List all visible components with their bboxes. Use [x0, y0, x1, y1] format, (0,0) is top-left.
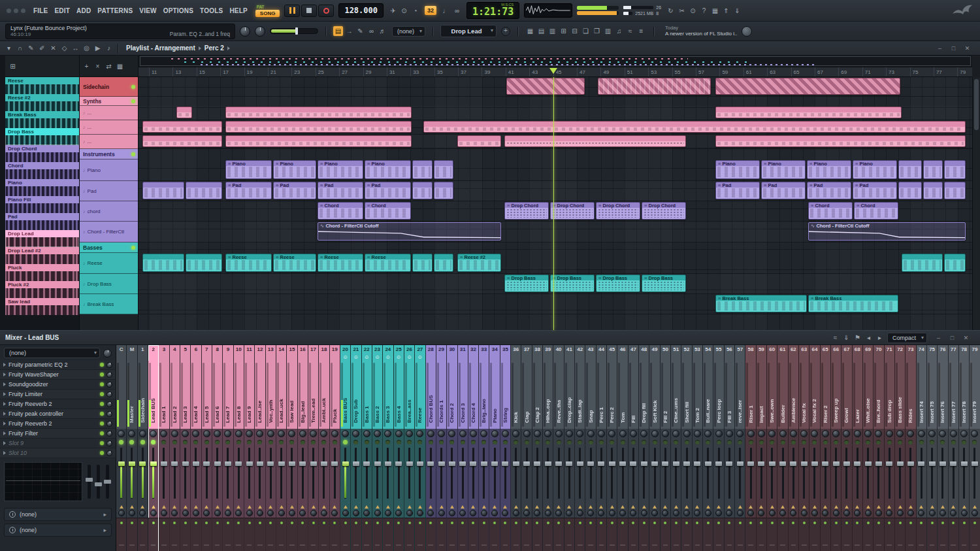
- volume-fader[interactable]: [777, 446, 787, 501]
- stereo-knob[interactable]: [895, 509, 905, 518]
- save-icon[interactable]: ▦: [710, 6, 720, 16]
- volume-fader[interactable]: [841, 446, 851, 501]
- pan-knob[interactable]: [831, 429, 841, 438]
- channel-name-panel[interactable]: Insert 74: [917, 361, 926, 429]
- channel-name-panel[interactable]: Lead 9: [244, 361, 254, 429]
- fader-handle[interactable]: [353, 461, 359, 466]
- mixer-channel[interactable]: 6 Lead 4: [191, 345, 201, 551]
- channel-name-panel[interactable]: Soft Kick: [649, 361, 659, 429]
- fader-handle[interactable]: [470, 461, 476, 466]
- fader-handle[interactable]: [961, 461, 968, 466]
- channel-name-panel[interactable]: reve..iser: [735, 361, 745, 429]
- pan-knob[interactable]: [596, 429, 606, 438]
- fader-handle[interactable]: [854, 461, 860, 466]
- stereo-knob[interactable]: [511, 509, 521, 518]
- mixer-channel[interactable]: 51 Cine..ums: [671, 345, 681, 551]
- mute-led[interactable]: [340, 438, 350, 446]
- fader-handle[interactable]: [118, 461, 125, 466]
- volume-fader[interactable]: [116, 446, 126, 501]
- main-pitch-knob[interactable]: [255, 26, 265, 37]
- route-area[interactable]: [447, 518, 457, 551]
- stereo-knob[interactable]: [917, 509, 926, 518]
- menu-item[interactable]: OPTIONS: [160, 7, 197, 14]
- mute-led[interactable]: [617, 438, 627, 446]
- fx-slot-arrow-icon[interactable]: [3, 451, 6, 455]
- volume-fader[interactable]: [831, 446, 841, 501]
- mixer-channel[interactable]: 48 Drop fill: [639, 345, 649, 551]
- mixer-channel[interactable]: 30 Chord 2: [447, 345, 457, 551]
- playlist-clip[interactable]: Piano: [853, 160, 897, 179]
- route-area[interactable]: [853, 518, 862, 551]
- fader-handle[interactable]: [790, 461, 796, 466]
- fader-handle[interactable]: [513, 461, 519, 466]
- channel-name-panel[interactable]: Chord BUS: [426, 361, 436, 429]
- mixer-channel[interactable]: 55 Perc loop: [713, 345, 724, 551]
- channel-name-panel[interactable]: Perc loop: [713, 361, 723, 429]
- mixer-channel[interactable]: 5 Lead 3: [180, 345, 191, 551]
- stereo-knob[interactable]: [553, 509, 563, 518]
- mute-led[interactable]: [351, 438, 361, 446]
- pat-mode-label[interactable]: PAT: [255, 5, 265, 9]
- fader-handle[interactable]: [171, 461, 178, 466]
- mute-led[interactable]: [639, 438, 649, 446]
- fader-handle[interactable]: [801, 461, 808, 466]
- pan-knob[interactable]: [661, 429, 670, 438]
- channel-name-panel[interactable]: Cine..ums: [671, 361, 681, 429]
- mute-led[interactable]: [202, 438, 212, 446]
- stereo-knob[interactable]: [180, 509, 190, 518]
- route-area[interactable]: [212, 518, 222, 551]
- playlist-clip[interactable]: Piano: [715, 160, 760, 179]
- scrollbar-thumb[interactable]: [974, 79, 979, 130]
- mixer-channel[interactable]: 56 Fill 3: [725, 345, 735, 551]
- route-area[interactable]: [681, 518, 691, 551]
- mute-led[interactable]: [298, 438, 308, 446]
- fader-handle[interactable]: [395, 461, 402, 466]
- route-area[interactable]: [116, 518, 126, 551]
- fader-handle[interactable]: [182, 461, 189, 466]
- stereo-knob[interactable]: [799, 509, 809, 518]
- fader-handle[interactable]: [715, 461, 722, 466]
- route-area[interactable]: [308, 518, 318, 551]
- mute-led[interactable]: [447, 438, 457, 446]
- volume-fader[interactable]: [863, 446, 873, 501]
- mute-led[interactable]: [255, 438, 265, 446]
- channel-name-panel[interactable]: Stadi..lap: [575, 361, 585, 429]
- mute-led[interactable]: [649, 438, 659, 446]
- pan-knob[interactable]: [170, 429, 180, 438]
- fx-enable-led[interactable]: [100, 412, 104, 416]
- stereo-knob[interactable]: [713, 509, 723, 518]
- fader-handle[interactable]: [662, 461, 668, 466]
- stereo-knob[interactable]: [777, 509, 787, 518]
- volume-fader[interactable]: [308, 446, 318, 501]
- fx-enable-led[interactable]: [100, 441, 104, 445]
- send-slot[interactable]: (none): [4, 524, 112, 537]
- volume-fader[interactable]: [735, 446, 745, 501]
- stereo-knob[interactable]: [138, 509, 148, 518]
- stereo-knob[interactable]: [693, 509, 702, 518]
- pan-knob[interactable]: [735, 429, 745, 438]
- route-area[interactable]: [927, 518, 937, 551]
- route-area[interactable]: [543, 518, 553, 551]
- stereo-knob[interactable]: [234, 509, 244, 518]
- mixer-channel[interactable]: 3 Lead 1: [159, 345, 169, 551]
- mute-led[interactable]: [745, 438, 755, 446]
- pan-knob[interactable]: [745, 429, 755, 438]
- volume-fader[interactable]: [244, 446, 254, 501]
- stereo-knob[interactable]: [521, 509, 531, 518]
- route-area[interactable]: [489, 518, 499, 551]
- route-area[interactable]: [789, 518, 798, 551]
- pan-knob[interactable]: [799, 429, 809, 438]
- channel-name-panel[interactable]: Brea..ass: [404, 361, 414, 429]
- stereo-knob[interactable]: [564, 509, 574, 518]
- mixer-channel[interactable]: 13 Voc..ynth: [266, 345, 276, 551]
- track-header[interactable]: ...: [80, 106, 138, 120]
- pan-knob[interactable]: [159, 429, 169, 438]
- volume-fader[interactable]: [180, 446, 190, 501]
- pan-knob[interactable]: [191, 429, 201, 438]
- playlist-clip[interactable]: Chord: [854, 202, 898, 220]
- pan-knob[interactable]: [148, 429, 158, 438]
- fader-handle[interactable]: [758, 461, 764, 466]
- fader-handle[interactable]: [150, 461, 157, 466]
- stereo-knob[interactable]: [468, 509, 478, 518]
- channel-name-panel[interactable]: Lead..ise: [255, 361, 265, 429]
